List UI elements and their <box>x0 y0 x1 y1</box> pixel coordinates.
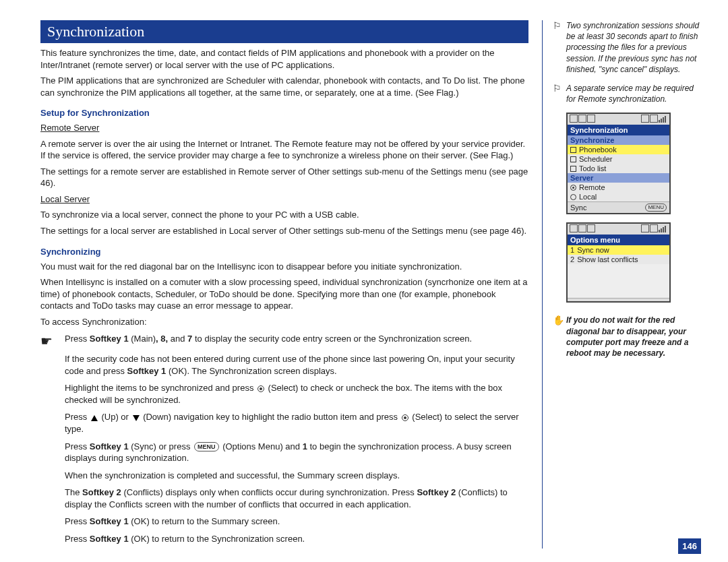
step-1-text: Press Softkey 1 (Main), 8, and 7 to disp… <box>65 333 472 345</box>
checkbox-icon <box>570 166 576 172</box>
menu-key-icon: MENU <box>194 442 219 451</box>
steps-list: If the security code has not been entere… <box>40 353 528 544</box>
status-icon <box>641 115 649 123</box>
list-item-phonebook: Phonebook <box>568 145 669 154</box>
step-5-text: Press Softkey 1 (Sync) or press MENU (Op… <box>65 441 528 464</box>
local-server-label: Local Server <box>40 194 90 204</box>
synchronizing-heading: Synchronizing <box>40 247 528 257</box>
flag-note-1: ⚐ Two synchronization sessions should be… <box>553 20 701 75</box>
section-label: Server <box>568 173 669 183</box>
step-7-text: The Softkey 2 (Conflicts) displays only … <box>65 487 528 510</box>
section-title: Synchronization <box>40 20 528 43</box>
signal-icon <box>659 115 667 123</box>
softkey-bar: Sync MENU <box>568 201 669 213</box>
softkey-1: Sync <box>570 204 586 212</box>
battery-icon <box>570 115 578 123</box>
section-label: Synchronize <box>568 135 669 145</box>
list-item-scheduler: Scheduler <box>568 154 669 164</box>
option-show-conflicts: 2 Show last conflicts <box>568 255 669 264</box>
select-icon <box>257 385 264 392</box>
flag-note-2: ⚐ A separate service may be required for… <box>553 83 701 104</box>
remote-para-2: The settings for a remote server are est… <box>40 166 528 189</box>
status-icon <box>578 224 586 232</box>
phone-screen-options: Options menu 1 Sync now 2 Show last conf… <box>566 222 671 303</box>
intro-para-2: The PIM applications that are synchroniz… <box>40 75 528 98</box>
sync-para-2: When Intellisync is installed on a comut… <box>40 276 528 312</box>
screen-title: Options menu <box>568 235 669 245</box>
step-2-text: If the security code has not been entere… <box>65 353 528 377</box>
status-icon <box>641 224 649 232</box>
softkey-bar <box>568 298 669 301</box>
step-8-text: Press Softkey 1 (OK) to return to the Su… <box>65 516 528 528</box>
step-9-text: Press Softkey 1 (OK) to return to the Sy… <box>65 533 528 545</box>
page-number: 146 <box>678 538 701 554</box>
screen-title: Synchronization <box>568 125 669 135</box>
status-icon <box>587 115 595 123</box>
checkbox-icon <box>570 147 576 153</box>
list-item-todo: Todo list <box>568 164 669 173</box>
flag-icon: ⚐ <box>553 83 566 104</box>
battery-icon <box>570 224 578 232</box>
pointer-icon: ☛ <box>40 333 65 349</box>
side-column: ⚐ Two synchronization sessions should be… <box>543 20 701 549</box>
local-para-2: The settings for a local server are esta… <box>40 225 528 237</box>
warning-note: ✋ If you do not wait for the red diagona… <box>553 315 701 358</box>
up-arrow-icon <box>91 415 98 421</box>
radio-icon <box>570 185 576 191</box>
status-bar <box>568 114 669 125</box>
option-sync-now: 1 Sync now <box>568 245 669 255</box>
step-4-text: Press (Up) or (Down) navigation key to h… <box>65 411 528 435</box>
status-icon <box>578 115 586 123</box>
status-bar <box>568 224 669 235</box>
sync-access: To access Synchronization: <box>40 316 528 328</box>
remote-server-label: Remote Server <box>40 123 99 133</box>
local-para-1: To synchronize via a local server, conne… <box>40 209 528 221</box>
radio-icon <box>570 194 576 200</box>
main-content: Synchronization This feature synchronize… <box>40 20 543 549</box>
sync-para-1: You must wait for the red diagonal bar o… <box>40 261 528 273</box>
hand-icon: ✋ <box>553 315 566 358</box>
step-6-text: When the synchronization is completed an… <box>65 470 528 482</box>
remote-para-1: A remote server is over the air using th… <box>40 138 528 162</box>
phone-screen-sync: Synchronization Synchronize Phonebook Sc… <box>566 113 671 214</box>
step-1: ☛ Press Softkey 1 (Main), 8, and 7 to di… <box>40 333 528 349</box>
status-icon <box>587 224 595 232</box>
phone-screenshots: Synchronization Synchronize Phonebook Sc… <box>566 113 701 303</box>
radio-item-remote: Remote <box>568 183 669 192</box>
signal-icon <box>659 224 667 232</box>
intro-para-1: This feature synchronizes the time, date… <box>40 47 528 71</box>
step-3-text: Highlight the items to be synchronized a… <box>65 382 528 406</box>
checkbox-icon <box>570 156 576 162</box>
flag-icon: ⚐ <box>553 20 566 75</box>
radio-item-local: Local <box>568 192 669 201</box>
select-icon <box>402 414 408 421</box>
softkey-menu: MENU <box>645 204 667 212</box>
status-icon <box>650 115 658 123</box>
setup-heading: Setup for Synchronization <box>40 108 528 118</box>
down-arrow-icon <box>133 415 140 421</box>
status-icon <box>650 224 658 232</box>
